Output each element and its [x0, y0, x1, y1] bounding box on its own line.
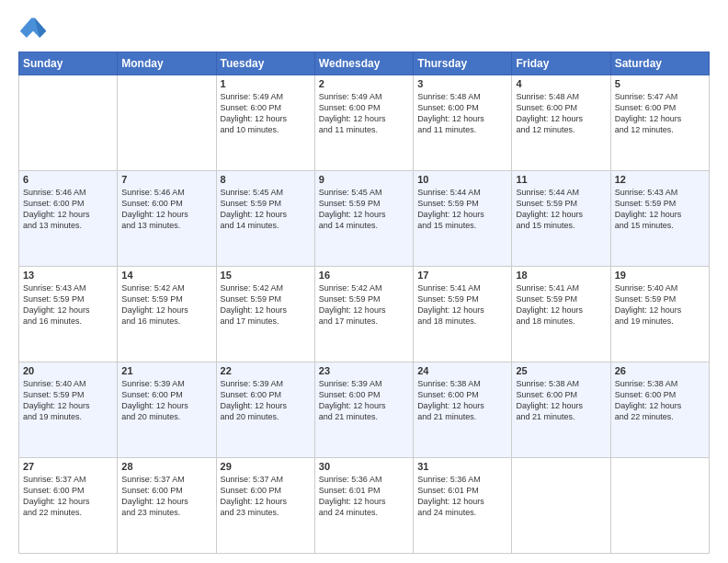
cell-info: Sunrise: 5:42 AMSunset: 5:59 PMDaylight:… [121, 282, 211, 327]
day-number: 9 [319, 174, 409, 185]
day-number: 16 [319, 270, 409, 281]
cell-info: Sunrise: 5:39 AMSunset: 6:00 PMDaylight:… [121, 378, 211, 423]
day-number: 12 [615, 174, 705, 185]
calendar-cell: 9Sunrise: 5:45 AMSunset: 5:59 PMDaylight… [314, 171, 413, 267]
day-number: 13 [23, 270, 113, 281]
calendar-cell: 8Sunrise: 5:45 AMSunset: 5:59 PMDaylight… [216, 171, 314, 267]
calendar-cell: 18Sunrise: 5:41 AMSunset: 5:59 PMDayligh… [512, 267, 610, 362]
cell-info: Sunrise: 5:40 AMSunset: 5:59 PMDaylight:… [615, 282, 705, 327]
calendar-cell [19, 75, 118, 171]
cell-info: Sunrise: 5:49 AMSunset: 6:00 PMDaylight:… [221, 91, 311, 136]
day-number: 20 [23, 365, 113, 376]
day-number: 25 [516, 365, 606, 376]
cell-info: Sunrise: 5:38 AMSunset: 6:00 PMDaylight:… [417, 378, 507, 423]
day-number: 19 [615, 270, 705, 281]
calendar-cell: 30Sunrise: 5:36 AMSunset: 6:01 PMDayligh… [314, 458, 413, 554]
cell-info: Sunrise: 5:40 AMSunset: 5:59 PMDaylight:… [23, 378, 113, 423]
day-number: 8 [221, 174, 311, 185]
cell-info: Sunrise: 5:46 AMSunset: 6:00 PMDaylight:… [121, 187, 211, 232]
calendar-cell: 1Sunrise: 5:49 AMSunset: 6:00 PMDaylight… [216, 75, 314, 171]
cell-info: Sunrise: 5:36 AMSunset: 6:01 PMDaylight:… [319, 474, 409, 519]
day-number: 14 [121, 270, 211, 281]
calendar-cell: 23Sunrise: 5:39 AMSunset: 6:00 PMDayligh… [314, 362, 413, 458]
cell-info: Sunrise: 5:45 AMSunset: 5:59 PMDaylight:… [221, 187, 311, 232]
calendar-cell: 14Sunrise: 5:42 AMSunset: 5:59 PMDayligh… [118, 267, 216, 362]
col-header-sunday: Sunday [19, 52, 118, 75]
day-number: 15 [221, 270, 311, 281]
col-header-saturday: Saturday [610, 52, 709, 75]
day-number: 2 [319, 78, 409, 89]
calendar-cell: 16Sunrise: 5:42 AMSunset: 5:59 PMDayligh… [314, 267, 413, 362]
calendar-cell: 22Sunrise: 5:39 AMSunset: 6:00 PMDayligh… [216, 362, 314, 458]
logo [18, 15, 51, 44]
day-number: 5 [615, 78, 705, 89]
calendar-cell: 20Sunrise: 5:40 AMSunset: 5:59 PMDayligh… [19, 362, 118, 458]
cell-info: Sunrise: 5:43 AMSunset: 5:59 PMDaylight:… [23, 282, 113, 327]
day-number: 26 [615, 365, 705, 376]
day-number: 3 [417, 78, 507, 89]
col-header-thursday: Thursday [414, 52, 512, 75]
calendar-cell: 26Sunrise: 5:38 AMSunset: 6:00 PMDayligh… [610, 362, 709, 458]
cell-info: Sunrise: 5:36 AMSunset: 6:01 PMDaylight:… [417, 474, 507, 519]
week-row-0: 1Sunrise: 5:49 AMSunset: 6:00 PMDaylight… [19, 75, 710, 171]
day-number: 21 [121, 365, 211, 376]
cell-info: Sunrise: 5:42 AMSunset: 5:59 PMDaylight:… [319, 282, 409, 327]
cell-info: Sunrise: 5:37 AMSunset: 6:00 PMDaylight:… [221, 474, 311, 519]
calendar-table: SundayMondayTuesdayWednesdayThursdayFrid… [18, 52, 710, 554]
calendar-cell: 27Sunrise: 5:37 AMSunset: 6:00 PMDayligh… [19, 458, 118, 554]
calendar-cell: 24Sunrise: 5:38 AMSunset: 6:00 PMDayligh… [414, 362, 512, 458]
cell-info: Sunrise: 5:44 AMSunset: 5:59 PMDaylight:… [516, 187, 606, 232]
calendar-cell: 2Sunrise: 5:49 AMSunset: 6:00 PMDaylight… [314, 75, 413, 171]
day-number: 28 [121, 461, 211, 472]
header-row: SundayMondayTuesdayWednesdayThursdayFrid… [19, 52, 710, 75]
cell-info: Sunrise: 5:39 AMSunset: 6:00 PMDaylight:… [221, 378, 311, 423]
page: SundayMondayTuesdayWednesdayThursdayFrid… [0, 0, 728, 563]
col-header-monday: Monday [118, 52, 216, 75]
calendar-cell [512, 458, 610, 554]
cell-info: Sunrise: 5:43 AMSunset: 5:59 PMDaylight:… [615, 187, 705, 232]
cell-info: Sunrise: 5:38 AMSunset: 6:00 PMDaylight:… [516, 378, 606, 423]
calendar-cell [118, 75, 216, 171]
header [18, 15, 710, 44]
day-number: 22 [221, 365, 311, 376]
calendar-cell: 10Sunrise: 5:44 AMSunset: 5:59 PMDayligh… [414, 171, 512, 267]
cell-info: Sunrise: 5:42 AMSunset: 5:59 PMDaylight:… [221, 282, 311, 327]
cell-info: Sunrise: 5:49 AMSunset: 6:00 PMDaylight:… [319, 91, 409, 136]
cell-info: Sunrise: 5:48 AMSunset: 6:00 PMDaylight:… [516, 91, 606, 136]
cell-info: Sunrise: 5:37 AMSunset: 6:00 PMDaylight:… [23, 474, 113, 519]
col-header-wednesday: Wednesday [314, 52, 413, 75]
cell-info: Sunrise: 5:37 AMSunset: 6:00 PMDaylight:… [121, 474, 211, 519]
day-number: 7 [121, 174, 211, 185]
calendar-cell: 12Sunrise: 5:43 AMSunset: 5:59 PMDayligh… [610, 171, 709, 267]
calendar-cell: 13Sunrise: 5:43 AMSunset: 5:59 PMDayligh… [19, 267, 118, 362]
day-number: 31 [417, 461, 507, 472]
cell-info: Sunrise: 5:47 AMSunset: 6:00 PMDaylight:… [615, 91, 705, 136]
day-number: 30 [319, 461, 409, 472]
week-row-2: 13Sunrise: 5:43 AMSunset: 5:59 PMDayligh… [19, 267, 710, 362]
day-number: 23 [319, 365, 409, 376]
calendar-cell: 17Sunrise: 5:41 AMSunset: 5:59 PMDayligh… [414, 267, 512, 362]
calendar-cell: 4Sunrise: 5:48 AMSunset: 6:00 PMDaylight… [512, 75, 610, 171]
day-number: 27 [23, 461, 113, 472]
week-row-1: 6Sunrise: 5:46 AMSunset: 6:00 PMDaylight… [19, 171, 710, 267]
calendar-cell: 21Sunrise: 5:39 AMSunset: 6:00 PMDayligh… [118, 362, 216, 458]
calendar-cell: 11Sunrise: 5:44 AMSunset: 5:59 PMDayligh… [512, 171, 610, 267]
calendar-cell: 3Sunrise: 5:48 AMSunset: 6:00 PMDaylight… [414, 75, 512, 171]
day-number: 11 [516, 174, 606, 185]
calendar-cell: 6Sunrise: 5:46 AMSunset: 6:00 PMDaylight… [19, 171, 118, 267]
week-row-4: 27Sunrise: 5:37 AMSunset: 6:00 PMDayligh… [19, 458, 710, 554]
cell-info: Sunrise: 5:48 AMSunset: 6:00 PMDaylight:… [417, 91, 507, 136]
day-number: 4 [516, 78, 606, 89]
calendar-cell: 19Sunrise: 5:40 AMSunset: 5:59 PMDayligh… [610, 267, 709, 362]
cell-info: Sunrise: 5:38 AMSunset: 6:00 PMDaylight:… [615, 378, 705, 423]
day-number: 29 [221, 461, 311, 472]
day-number: 17 [417, 270, 507, 281]
day-number: 18 [516, 270, 606, 281]
cell-info: Sunrise: 5:39 AMSunset: 6:00 PMDaylight:… [319, 378, 409, 423]
day-number: 1 [221, 78, 311, 89]
col-header-tuesday: Tuesday [216, 52, 314, 75]
cell-info: Sunrise: 5:45 AMSunset: 5:59 PMDaylight:… [319, 187, 409, 232]
logo-icon [18, 15, 48, 44]
day-number: 10 [417, 174, 507, 185]
calendar-cell: 31Sunrise: 5:36 AMSunset: 6:01 PMDayligh… [414, 458, 512, 554]
